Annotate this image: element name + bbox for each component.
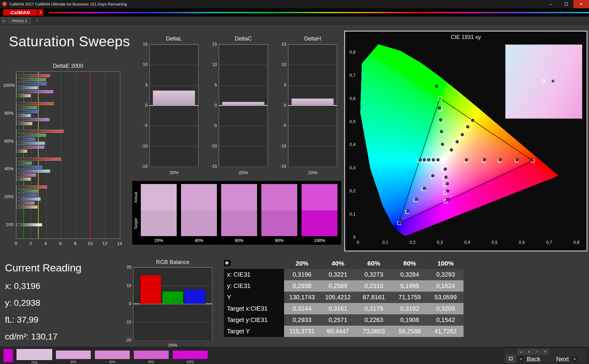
deltae-tick-label: 8 (74, 241, 76, 246)
close-button[interactable]: × (573, 0, 589, 8)
deltae-bar (16, 190, 38, 193)
table-cell: 0,1995 (392, 280, 428, 292)
mini-gridline (288, 167, 337, 167)
table-column-header: 80% (392, 258, 428, 269)
tab-history-1[interactable]: History 1 (8, 17, 31, 24)
stop-icon: ▪ (537, 350, 538, 353)
deltae-bar (16, 146, 44, 149)
mini-gridline (288, 85, 337, 86)
app-icon (2, 2, 7, 6)
rgb-gridline (133, 340, 212, 341)
mini-menu-button[interactable]: ≡ (541, 349, 549, 354)
white-point-inset (505, 44, 582, 119)
table-corner-icon (224, 260, 231, 266)
deltae-bar (16, 174, 36, 177)
axis-tick-label: 5 (208, 82, 217, 87)
axis-tick-label: 0 (138, 103, 148, 108)
saturation-swatch-item[interactable]: 40% (56, 349, 91, 364)
rgb-bar-red (140, 275, 161, 304)
back-button[interactable]: « Back (518, 355, 543, 363)
axis-tick-label: -5 (138, 123, 148, 128)
deltae-tick-label: 4 (44, 241, 47, 246)
axis-tick-label: 15 (208, 42, 217, 47)
axis-tick-label: -20 (122, 338, 131, 343)
table-cell: 0,3273 (356, 269, 392, 280)
calman-logo[interactable]: CalMAN (3, 9, 37, 16)
maximize-button[interactable] (559, 0, 573, 8)
deltae-bar (16, 150, 27, 153)
saturation-swatch-item[interactable]: 100% (172, 349, 208, 364)
maximize-icon (565, 2, 568, 6)
deltal-y-axis: 151050-5-10-15 (138, 36, 148, 182)
back-label: Back (527, 356, 540, 363)
mini-stop-button[interactable]: ▪ (533, 349, 541, 354)
table-cell: 71,1759 (392, 292, 428, 303)
swatch-color (172, 350, 208, 359)
deltac-chart-title: DeltaC (219, 36, 268, 42)
mini-up-button[interactable]: ▴ (518, 349, 525, 354)
swatch-columns: 20%40%60%80%100% (141, 184, 337, 243)
current-reading-values: x: 0,3196y: 0,2938fL: 37,99cd/m²: 130,17 (5, 281, 121, 342)
saturation-swatch-item[interactable]: 60% (94, 349, 130, 364)
swatch-color (56, 350, 91, 359)
rgb-bar-blue (184, 289, 206, 304)
target-swatch (181, 210, 217, 236)
deltae-chart-title: DeltaE 2000 (16, 63, 120, 69)
title-bar: CalMAN 2017 CalMAN Ultimate for Business… (0, 0, 589, 8)
minimize-icon: – (549, 1, 552, 6)
deltae-bar (16, 178, 31, 181)
mini-gridline (150, 167, 198, 167)
rgb-gridline (133, 267, 212, 268)
mini-toolbar: ▴ ▸ ▪ ≡ (518, 349, 549, 354)
mini-gridline (150, 85, 198, 86)
delta-value-bar (291, 98, 334, 105)
deltal-x-label: 20% (149, 170, 198, 175)
actual-swatch (302, 184, 337, 210)
mini-play-button[interactable]: ▸ (525, 349, 533, 354)
deltae-reference-line (38, 72, 39, 239)
deltae-bar (16, 138, 36, 141)
rgb-plot-area (133, 267, 212, 341)
swatch-column: 80% (261, 184, 297, 243)
add-tab-button[interactable]: + (34, 17, 40, 24)
actual-swatch (141, 184, 177, 210)
actual-swatch (221, 184, 257, 210)
deltac-plot-area (219, 44, 268, 167)
deltae-2000-chart: DeltaE 2000 100%80%60%40%20%100 02468101… (4, 63, 129, 251)
deltah-y-axis: 151050-5-10-15 (277, 36, 287, 182)
history-panel-toggle[interactable]: ▸ (1, 17, 7, 24)
minimize-button[interactable]: – (544, 0, 558, 8)
rgb-y-axis: 20100-10-20 (123, 259, 132, 347)
saturation-level-swatches: 20%40%60%80%100% (17, 349, 208, 364)
saturation-swatch-item[interactable]: 80% (133, 349, 169, 364)
mini-gridline (288, 146, 337, 147)
axis-tick-label: -15 (277, 164, 286, 169)
deltae-gridline (105, 72, 106, 239)
deltae-tick-label: 12 (102, 241, 107, 246)
deltae-bar (16, 86, 38, 89)
table-row-label: Target y:CIE31 (224, 314, 284, 326)
play-icon: ▸ (528, 350, 530, 353)
deltae-tick-label: 6 (59, 241, 62, 246)
logo-caret-icon[interactable]: ▾ (38, 9, 43, 16)
saturation-swatch-item[interactable]: 20% (17, 349, 52, 364)
deltae-group-label: 80% (3, 110, 13, 116)
deltae-bar (16, 78, 46, 81)
deltae-group-label: 20% (3, 194, 13, 199)
stop-measure-button[interactable] (506, 355, 516, 363)
swatch-column: 40% (181, 184, 217, 243)
axis-tick-label: 5 (277, 82, 286, 87)
mini-gridline (288, 126, 337, 126)
table-cell: 0,3209 (428, 303, 464, 314)
table-cell: 115,3731 (284, 326, 320, 337)
swatch-label: 60% (94, 360, 130, 364)
reading-line: y: 0,2938 (5, 298, 121, 308)
menu-icon: ≡ (544, 350, 546, 353)
axis-tick-label: 0 (122, 301, 131, 306)
next-button[interactable]: Next » (554, 355, 578, 363)
deltae-bar (16, 90, 53, 93)
deltal-chart-title: DeltaL (149, 36, 198, 42)
table-cell: 0,3221 (320, 269, 356, 280)
deltae-bar (16, 110, 38, 113)
deltae-tick-label: 2 (29, 241, 32, 246)
